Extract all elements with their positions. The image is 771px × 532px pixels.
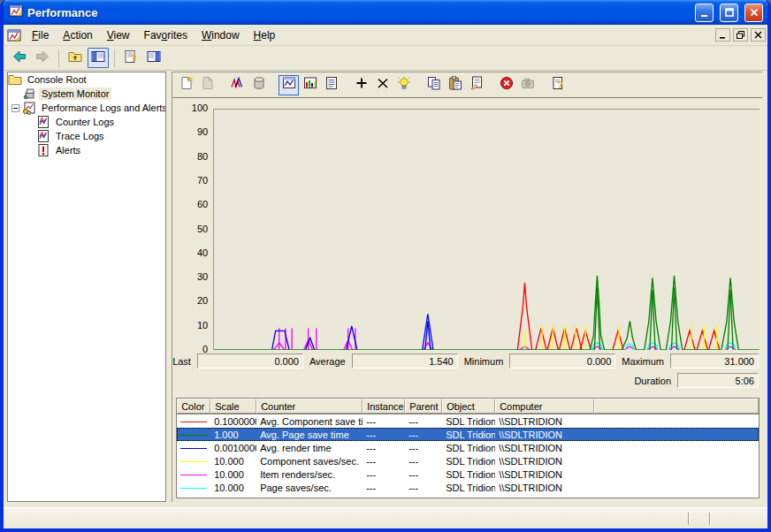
current-activity-icon (231, 76, 245, 94)
counter-color-swatch (177, 469, 210, 480)
counter-instance: --- (363, 416, 405, 427)
highlight-button[interactable] (393, 75, 414, 95)
minimize-button[interactable] (695, 4, 714, 22)
toolbar-separator (114, 49, 115, 67)
menu-window[interactable]: Window (195, 27, 247, 44)
menu-favorites[interactable]: Favorites (137, 27, 195, 44)
tree-item-performance-logs-and-alerts[interactable]: Performance Logs and Alerts (7, 101, 165, 115)
title-bar[interactable]: Performance (4, 0, 767, 25)
menu-file[interactable]: File (25, 27, 56, 44)
counter-color-swatch (177, 483, 210, 493)
forward-button (32, 48, 53, 68)
system-monitor-panel: ? 1009080706050403020100 Last 0.000 Aver… (172, 72, 762, 502)
trace-logs-icon (36, 129, 50, 143)
new-counter-set-button[interactable] (176, 75, 196, 95)
counter-name: Avg. Component save time (256, 416, 363, 427)
counter-color-swatch (177, 456, 210, 467)
counter-instance: --- (363, 429, 405, 440)
properties-button[interactable] (466, 75, 486, 95)
counter-computer: \\SDLTRIDION (495, 469, 594, 480)
series-line-avg-component-save-time (709, 331, 720, 350)
column-header-computer[interactable]: Computer (495, 399, 594, 414)
close-button[interactable] (744, 4, 763, 22)
menu-help[interactable]: Help (247, 27, 283, 44)
counter-row-avg-component-save-time[interactable]: 0.1000000Avg. Component save time------S… (177, 414, 759, 428)
chart-statistics: Last 0.000 Average 1.540 Minimum 0.000 M… (172, 352, 762, 388)
plus-icon (355, 76, 369, 94)
child-minimize-button[interactable] (715, 28, 730, 42)
minimum-label: Minimum (464, 356, 504, 367)
counter-row-item-renders-sec-[interactable]: 10.000Item renders/sec.------SDL Tridion… (177, 467, 759, 481)
show-hide-action-pane-button[interactable] (143, 48, 164, 68)
new-page-icon (179, 76, 194, 94)
help-button-graph[interactable]: ? (547, 75, 568, 95)
delete-counter-button[interactable] (372, 75, 393, 95)
y-axis-tick-label: 70 (172, 175, 208, 186)
view-current-activity-button[interactable] (227, 75, 248, 95)
child-restore-button[interactable] (733, 28, 748, 42)
child-close-button[interactable] (751, 28, 766, 42)
column-header-instance[interactable]: Instance (363, 399, 405, 414)
column-header-object[interactable]: Object (442, 399, 495, 414)
view-histogram-button[interactable] (300, 75, 320, 95)
help-button[interactable]: ? (120, 48, 141, 68)
show-hide-console-tree-button[interactable] (88, 48, 109, 68)
counter-row-avg-render-time[interactable]: 0.0010000Avg. render time------SDL Tridi… (177, 441, 759, 454)
counter-scale: 1.000 (210, 429, 256, 440)
view-report-button[interactable] (321, 75, 341, 95)
main-area: Console RootSystem MonitorPerformance Lo… (4, 72, 767, 507)
back-button[interactable] (9, 48, 30, 68)
series-line-avg-component-save-time (684, 331, 695, 350)
folder-icon (8, 72, 22, 87)
average-value: 1.540 (352, 353, 458, 369)
freeze-display-button[interactable] (496, 75, 516, 95)
view-log-data-button[interactable] (248, 75, 269, 95)
tree-item-system-monitor[interactable]: System Monitor (8, 87, 165, 101)
counter-name: Page saves/sec. (256, 483, 363, 493)
mmc-icon (5, 28, 23, 42)
counter-row-page-saves-sec-[interactable]: 10.000Page saves/sec.------SDL Tridion\\… (177, 481, 759, 494)
series-line-avg-render-time (272, 331, 289, 350)
chart-section: 1009080706050403020100 (172, 98, 762, 352)
column-header-scale[interactable]: Scale (210, 399, 256, 414)
properties-icon (469, 76, 484, 94)
column-header-color[interactable]: Color (177, 399, 210, 414)
paste-counter-list-button[interactable] (445, 75, 465, 95)
counter-name: Item renders/sec. (256, 469, 363, 480)
tree-expander-minus[interactable] (11, 104, 19, 112)
counter-object: SDL Tridion (442, 416, 495, 427)
column-header-parent[interactable]: Parent (405, 399, 442, 414)
menu-view[interactable]: View (100, 27, 137, 44)
y-axis-tick-label: 90 (172, 126, 208, 137)
counter-parent: --- (405, 429, 442, 440)
tree-item-trace-logs[interactable]: Trace Logs (8, 129, 165, 143)
tree-item-alerts[interactable]: Alerts (8, 143, 165, 157)
counter-computer: \\SDLTRIDION (495, 483, 594, 493)
histogram-icon (303, 76, 317, 94)
console-tree-icon (91, 49, 105, 67)
copy-properties-button[interactable] (424, 75, 444, 95)
svg-text:?: ? (131, 52, 137, 63)
column-header-counter[interactable]: Counter (256, 399, 363, 414)
column-header-blank[interactable] (594, 399, 759, 414)
counter-instance: --- (363, 443, 405, 453)
navigation-toolbar: ? (4, 46, 767, 71)
delete-x-icon (376, 76, 390, 94)
maximize-button[interactable] (720, 4, 738, 22)
tree-item-console-root[interactable]: Console Root (8, 72, 165, 87)
tree-item-counter-logs[interactable]: Counter Logs (8, 115, 165, 129)
view-graph-button[interactable] (279, 75, 299, 95)
counter-row-component-saves-sec-[interactable]: 10.000Component saves/sec.------SDL Trid… (177, 454, 759, 467)
counter-scale: 10.000 (210, 483, 256, 493)
menu-action[interactable]: Action (56, 27, 99, 44)
table-header-row: ColorScaleCounterInstanceParentObjectCom… (177, 399, 759, 414)
up-folder-icon (68, 49, 82, 67)
counter-computer: \\SDLTRIDION (495, 416, 594, 427)
series-line-avg-render-time (423, 314, 433, 350)
add-counter-button[interactable] (351, 75, 371, 95)
series-line-avg-component-save-time (571, 328, 582, 350)
y-axis-tick-label: 50 (172, 224, 208, 234)
up-one-level-button[interactable] (65, 48, 86, 68)
counter-scale: 10.000 (210, 469, 256, 480)
counter-row-avg-page-save-time[interactable]: 1.000Avg. Page save time------SDL Tridio… (177, 428, 759, 441)
